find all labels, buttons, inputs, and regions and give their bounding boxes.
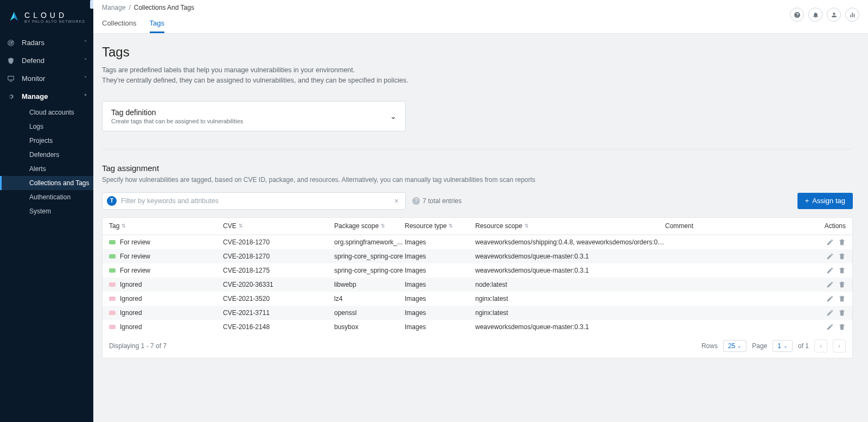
cell-tag: For review: [109, 267, 223, 274]
sidebar-subitem-logs[interactable]: Logs: [0, 119, 93, 134]
page-select[interactable]: 1⌄: [773, 340, 793, 352]
cell-cve: CVE-2016-2148: [223, 323, 334, 331]
breadcrumb-root[interactable]: Manage: [102, 4, 125, 11]
tag-assignment-desc: Specify how vulnerabilities are tagged, …: [102, 176, 853, 184]
gear-icon: [7, 92, 15, 101]
user-icon[interactable]: [827, 8, 841, 22]
cell-resource-type: Images: [405, 323, 475, 331]
edit-icon[interactable]: [826, 323, 834, 331]
page-desc-line1: Tags are predefined labels that help you…: [102, 65, 590, 75]
panel-title: Tag definition: [111, 108, 243, 117]
col-package-scope[interactable]: Package scope⇅: [334, 222, 405, 230]
cell-tag: For review: [109, 238, 223, 246]
cell-resource-scope: weaveworksdemos/queue-master:0.3.1: [475, 253, 665, 260]
trash-icon[interactable]: [838, 323, 846, 331]
table-row[interactable]: For reviewCVE-2018-1275spring-core_sprin…: [103, 263, 852, 278]
table-row[interactable]: IgnoredCVE-2021-3711opensslImagesnginx:l…: [103, 306, 852, 320]
sort-icon: ⇅: [525, 225, 529, 228]
col-comment[interactable]: Comment: [665, 222, 813, 230]
sidebar-subitem-cloud-accounts[interactable]: Cloud accounts: [0, 105, 93, 119]
assign-tag-button[interactable]: + Assign tag: [797, 193, 853, 209]
tab-collections[interactable]: Collections: [102, 19, 137, 33]
cell-tag: Ignored: [109, 323, 223, 331]
table-row[interactable]: For reviewCVE-2018-1270spring-core_sprin…: [103, 249, 852, 263]
sidebar-subitem-authentication[interactable]: Authentication: [0, 190, 93, 204]
tag-swatch-icon: [109, 311, 116, 315]
info-icon[interactable]: ?: [412, 197, 420, 205]
filter-input[interactable]: [121, 197, 392, 205]
table-row[interactable]: IgnoredCVE-2016-2148busyboxImagesweavewo…: [103, 320, 852, 334]
cell-resource-scope: nginx:latest: [475, 309, 665, 317]
cell-actions: [813, 295, 846, 303]
chevron-down-icon: ⌄: [390, 112, 397, 121]
next-page-button[interactable]: ›: [833, 339, 846, 352]
chart-icon[interactable]: [845, 8, 859, 22]
rows-select[interactable]: 25⌄: [723, 340, 746, 352]
cell-resource-type: Images: [405, 267, 475, 274]
chevron-down-icon: ˅: [84, 58, 87, 64]
close-icon[interactable]: ×: [392, 197, 401, 205]
table-header: Tag⇅ CVE⇅ Package scope⇅ Resource type⇅ …: [103, 218, 852, 235]
divider: [102, 149, 853, 149]
sidebar-subitem-system[interactable]: System: [0, 204, 93, 218]
edit-icon[interactable]: [826, 267, 834, 274]
bell-icon[interactable]: [808, 8, 822, 22]
table-row[interactable]: For reviewCVE-2018-1270org.springframewo…: [103, 235, 852, 249]
tag-swatch-icon: [109, 240, 116, 244]
cell-resource-type: Images: [405, 309, 475, 317]
sidebar: ‹ CLOUD BY PALO ALTO NETWORKS Radars˅Def…: [0, 0, 93, 422]
sidebar-subitem-collections-and-tags[interactable]: Collections and Tags: [0, 176, 93, 190]
cell-tag: Ignored: [109, 309, 223, 317]
trash-icon[interactable]: [838, 295, 846, 303]
trash-icon[interactable]: [838, 309, 846, 317]
sidebar-item-monitor[interactable]: Monitor˅: [0, 70, 93, 87]
sidebar-subitem-projects[interactable]: Projects: [0, 134, 93, 148]
plus-icon: +: [805, 197, 809, 205]
tab-tags[interactable]: Tags: [150, 19, 164, 33]
col-resource-scope[interactable]: Resource scope⇅: [475, 222, 665, 230]
total-entries: ? 7 total entries: [412, 197, 462, 205]
col-resource-type[interactable]: Resource type⇅: [405, 222, 475, 230]
sidebar-subitem-defenders[interactable]: Defenders: [0, 148, 93, 162]
cell-cve: CVE-2018-1270: [223, 238, 334, 246]
col-actions: Actions: [813, 222, 846, 230]
prev-page-button[interactable]: ‹: [814, 339, 827, 352]
edit-icon[interactable]: [826, 253, 834, 260]
filter-box[interactable]: T ×: [102, 192, 406, 210]
trash-icon[interactable]: [838, 281, 846, 288]
sidebar-subitem-alerts[interactable]: Alerts: [0, 162, 93, 176]
cell-actions: [813, 323, 846, 331]
table-row[interactable]: IgnoredCVE-2020-36331libwebpImagesnode:l…: [103, 278, 852, 292]
edit-icon[interactable]: [826, 309, 834, 317]
edit-icon[interactable]: [826, 281, 834, 288]
tag-definition-panel[interactable]: Tag definition Create tags that can be a…: [102, 101, 406, 131]
cell-package-scope: lz4: [334, 295, 405, 303]
trash-icon[interactable]: [838, 267, 846, 274]
brand-title: CLOUD: [24, 11, 67, 20]
cell-resource-scope: node:latest: [475, 281, 665, 288]
edit-icon[interactable]: [826, 295, 834, 303]
brand-logo[interactable]: CLOUD BY PALO ALTO NETWORKS: [0, 0, 93, 34]
footer-summary: Displaying 1 - 7 of 7: [109, 342, 167, 350]
trash-icon[interactable]: [838, 238, 846, 246]
sidebar-item-radars[interactable]: Radars˅: [0, 34, 93, 52]
main: Manage / Collections And Tags Collection…: [93, 0, 868, 422]
tag-swatch-icon: [109, 282, 116, 287]
cell-cve: CVE-2021-3520: [223, 295, 334, 303]
sidebar-item-manage[interactable]: Manage˄: [0, 87, 93, 105]
pager: Rows 25⌄ Page 1⌄ of 1 ‹ ›: [701, 339, 846, 352]
total-entries-label: 7 total entries: [423, 197, 462, 205]
help-icon[interactable]: [790, 8, 804, 22]
cell-actions: [813, 253, 846, 260]
chevron-down-icon: ˅: [84, 40, 87, 46]
edit-icon[interactable]: [826, 238, 834, 246]
cell-package-scope: libwebp: [334, 281, 405, 288]
cell-cve: CVE-2018-1275: [223, 267, 334, 274]
cell-resource-type: Images: [405, 295, 475, 303]
sidebar-item-defend[interactable]: Defend˅: [0, 52, 93, 70]
col-cve[interactable]: CVE⇅: [223, 222, 334, 230]
svg-marker-1: [14, 12, 18, 21]
col-tag[interactable]: Tag⇅: [109, 222, 223, 230]
trash-icon[interactable]: [838, 253, 846, 260]
table-row[interactable]: IgnoredCVE-2021-3520lz4Imagesnginx:lates…: [103, 292, 852, 306]
